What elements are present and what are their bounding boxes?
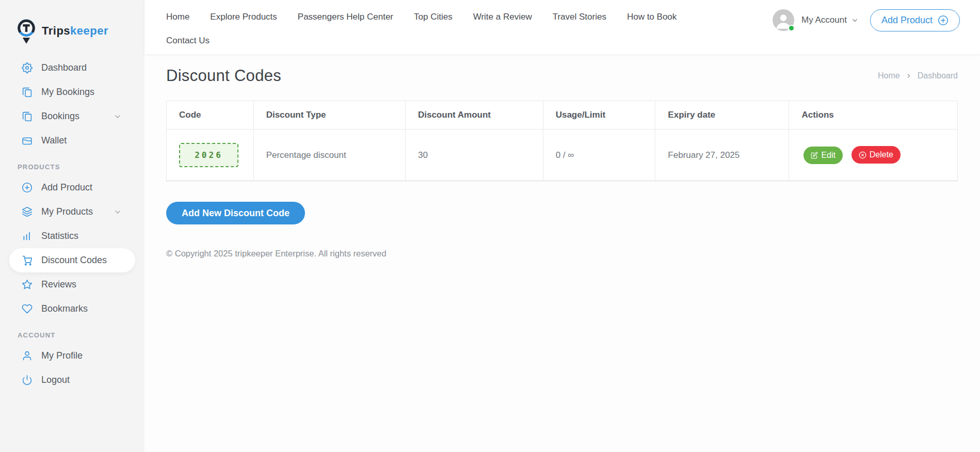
sidebar-item-label: My Profile bbox=[41, 350, 83, 361]
documents-icon bbox=[22, 87, 33, 98]
avatar[interactable] bbox=[773, 9, 794, 31]
breadcrumb-dashboard[interactable]: Dashboard bbox=[918, 71, 958, 80]
add-new-discount-code-button[interactable]: Add New Discount Code bbox=[166, 202, 305, 224]
chevron-down-icon bbox=[114, 112, 122, 121]
col-header-code: Code bbox=[167, 101, 254, 130]
chevron-right-icon bbox=[906, 73, 912, 79]
edit-pencil-icon bbox=[811, 152, 818, 159]
chevron-down-icon bbox=[851, 17, 859, 24]
sidebar-item-label: Dashboard bbox=[41, 62, 87, 73]
nav-link-write-a-review[interactable]: Write a Review bbox=[473, 7, 532, 31]
nav-link-home[interactable]: Home bbox=[166, 7, 189, 31]
brand-name-secondary: keeper bbox=[70, 24, 108, 37]
copyright-text: © Copyright 2025 tripkeeper Enterprise. … bbox=[166, 249, 958, 259]
plus-circle-icon bbox=[938, 15, 949, 26]
x-circle-icon bbox=[859, 151, 866, 159]
layers-icon bbox=[22, 206, 33, 217]
sidebar-item-label: Add Product bbox=[41, 182, 92, 193]
sidebar-item-my-bookings[interactable]: My Bookings bbox=[0, 80, 144, 104]
documents-icon bbox=[22, 111, 33, 122]
heart-icon bbox=[22, 303, 33, 314]
sidebar-item-label: Statistics bbox=[41, 231, 78, 241]
gear-icon bbox=[22, 62, 33, 73]
sidebar-item-wallet[interactable]: Wallet bbox=[0, 128, 144, 153]
plus-circle-icon bbox=[22, 182, 33, 193]
table-row: 2026 Percentage discount 30 0 / ∞ Februa… bbox=[167, 130, 958, 181]
cart-icon bbox=[22, 255, 33, 266]
tripskeeper-pin-logo-icon bbox=[15, 18, 37, 44]
sidebar-item-discount-codes[interactable]: Discount Codes bbox=[9, 248, 135, 272]
col-header-discount-type: Discount Type bbox=[253, 101, 405, 130]
star-icon bbox=[22, 279, 33, 290]
top-header: Home Explore Products Passengers Help Ce… bbox=[144, 0, 980, 54]
sidebar-section-account: ACCOUNT bbox=[0, 328, 144, 342]
sidebar-item-my-products[interactable]: My Products bbox=[0, 200, 144, 224]
nav-link-explore-products[interactable]: Explore Products bbox=[210, 7, 277, 31]
chevron-down-icon bbox=[114, 208, 122, 216]
col-header-actions: Actions bbox=[789, 101, 958, 130]
brand-name: Tripskeeper bbox=[42, 24, 108, 38]
sidebar-item-logout[interactable]: Logout bbox=[0, 368, 144, 392]
top-nav: Home Explore Products Passengers Help Ce… bbox=[166, 0, 682, 54]
col-header-expiry-date: Expiry date bbox=[655, 101, 789, 130]
sidebar-item-label: Bookmarks bbox=[41, 303, 88, 314]
discount-code-badge: 2026 bbox=[179, 143, 238, 167]
cell-expiry-date: February 27, 2025 bbox=[655, 130, 789, 181]
sidebar-item-label: My Bookings bbox=[41, 87, 94, 98]
power-icon bbox=[22, 375, 33, 385]
account-area: My Account Add Product bbox=[773, 0, 960, 34]
my-account-menu[interactable]: My Account bbox=[801, 15, 859, 25]
edit-button[interactable]: Edit bbox=[804, 147, 843, 164]
wallet-icon bbox=[22, 135, 33, 146]
sidebar-item-label: Reviews bbox=[41, 279, 76, 290]
discount-codes-table: Code Discount Type Discount Amount Usage… bbox=[166, 101, 958, 181]
edit-button-label: Edit bbox=[821, 151, 836, 160]
nav-link-travel-stories[interactable]: Travel Stories bbox=[553, 7, 606, 31]
my-account-label: My Account bbox=[801, 15, 847, 25]
add-product-button[interactable]: Add Product bbox=[870, 9, 960, 31]
content: Discount Codes Home Dashboard Code Disc bbox=[144, 54, 980, 452]
cell-usage-limit: 0 / ∞ bbox=[543, 130, 655, 181]
nav-link-top-cities[interactable]: Top Cities bbox=[414, 7, 453, 31]
sidebar-item-bookmarks[interactable]: Bookmarks bbox=[0, 297, 144, 321]
sidebar-item-reviews[interactable]: Reviews bbox=[0, 272, 144, 297]
sidebar: Tripskeeper Dashboard My Bookings Bookin… bbox=[0, 0, 144, 452]
col-header-discount-amount: Discount Amount bbox=[405, 101, 543, 130]
sidebar-item-my-profile[interactable]: My Profile bbox=[0, 344, 144, 368]
sidebar-item-label: Discount Codes bbox=[41, 255, 107, 266]
main-area: Home Explore Products Passengers Help Ce… bbox=[144, 0, 980, 452]
online-status-dot bbox=[788, 25, 795, 31]
col-header-usage-limit: Usage/Limit bbox=[543, 101, 655, 130]
sidebar-item-label: My Products bbox=[41, 206, 93, 217]
add-product-label: Add Product bbox=[881, 15, 933, 26]
cell-discount-amount: 30 bbox=[405, 130, 543, 181]
delete-button[interactable]: Delete bbox=[852, 146, 901, 164]
cell-code: 2026 bbox=[167, 130, 254, 181]
delete-button-label: Delete bbox=[870, 150, 893, 159]
nav-link-how-to-book[interactable]: How to Book bbox=[627, 7, 677, 31]
cell-actions: Edit Delete bbox=[789, 130, 958, 181]
bar-chart-icon bbox=[22, 231, 33, 241]
sidebar-item-dashboard[interactable]: Dashboard bbox=[0, 56, 144, 80]
breadcrumb: Home Dashboard bbox=[878, 71, 958, 80]
nav-link-contact-us[interactable]: Contact Us bbox=[166, 31, 210, 55]
brand-name-primary: Trips bbox=[42, 24, 70, 37]
sidebar-item-label: Logout bbox=[41, 375, 70, 385]
user-icon bbox=[22, 350, 33, 361]
page-title: Discount Codes bbox=[166, 67, 281, 85]
sidebar-item-label: Bookings bbox=[41, 111, 79, 122]
brand-logo[interactable]: Tripskeeper bbox=[0, 0, 144, 50]
sidebar-item-bookings[interactable]: Bookings bbox=[0, 104, 144, 128]
nav-link-passengers-help-center[interactable]: Passengers Help Center bbox=[298, 7, 393, 31]
sidebar-item-add-product[interactable]: Add Product bbox=[0, 175, 144, 200]
sidebar-item-statistics[interactable]: Statistics bbox=[0, 224, 144, 248]
sidebar-item-label: Wallet bbox=[41, 135, 67, 146]
table-header-row: Code Discount Type Discount Amount Usage… bbox=[167, 101, 958, 130]
cell-discount-type: Percentage discount bbox=[253, 130, 405, 181]
sidebar-section-products: PRODUCTS bbox=[0, 160, 144, 173]
breadcrumb-home[interactable]: Home bbox=[878, 71, 900, 80]
sidebar-nav: Dashboard My Bookings Bookings Wallet PR… bbox=[0, 50, 144, 392]
